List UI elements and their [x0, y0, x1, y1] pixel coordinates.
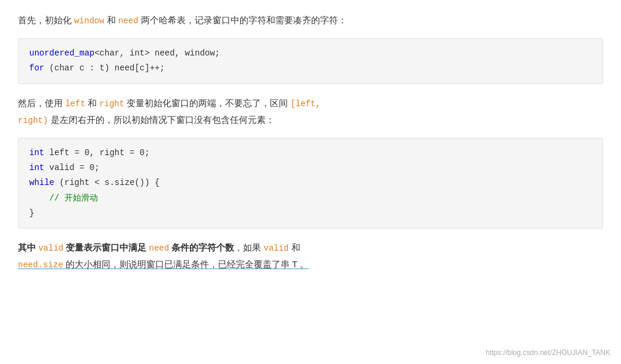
p2-text-before: 然后，使用 — [18, 98, 65, 108]
p2-text-after: 是左闭右开的，所以初始情况下窗口没有包含任何元素： — [48, 115, 274, 125]
code2-line-1: int left = 0, right = 0; — [29, 146, 592, 161]
code-block-2: int left = 0, right = 0; int valid = 0; … — [18, 138, 603, 229]
p2-text-mid2: 变量初始化窗口的两端，不要忘了，区间 — [124, 98, 290, 108]
code-line-2: for (char c : t) need[c]++; — [29, 61, 592, 76]
comment-slide: // 开始滑动 — [50, 193, 98, 203]
p3-text-rest: ，如果 — [234, 242, 263, 252]
p2-bracket-open: [left, — [290, 99, 320, 109]
p3-underline-section: need.size 的大小相同，则说明窗口已满足条件，已经完全覆盖了串 T 。 — [18, 259, 309, 269]
code-block-1: unordered_map<char, int> need, window; f… — [18, 38, 603, 84]
code2-line-4: // 开始滑动 — [29, 191, 592, 206]
p3-code-need-size: need.size — [18, 260, 63, 270]
p1-code-window: window — [74, 16, 104, 26]
code-line2-rest: (char c : t) need[c]++; — [44, 63, 165, 73]
p1-text-mid1: 和 — [104, 15, 118, 25]
p3-text-after: 的大小相同，则说明窗口已满足条件，已经完全覆盖了串 T 。 — [63, 259, 309, 269]
p3-code-valid1: valid — [38, 243, 63, 253]
kw-for: for — [29, 63, 44, 73]
p3-bold-start: 其中 — [18, 242, 38, 252]
p3-text-mid3: 和 — [289, 242, 300, 252]
type-int2: int — [29, 163, 44, 172]
paragraph-2: 然后，使用 left 和 right 变量初始化窗口的两端，不要忘了，区间 [l… — [18, 95, 603, 128]
paragraph-3: 其中 valid 变量表示窗口中满足 need 条件的字符个数，如果 valid… — [18, 239, 603, 273]
kw-while: while — [29, 178, 54, 187]
code-line-1: unordered_map<char, int> need, window; — [29, 46, 592, 61]
p3-bold-mid1: 变量表示窗口中满足 — [63, 242, 149, 252]
code-line1-rest: <char, int> need, window; — [94, 48, 220, 58]
p2-bracket-close: right) — [18, 116, 48, 125]
p1-code-need: need — [118, 16, 139, 26]
p3-bold-mid2: 条件的字符个数 — [169, 242, 234, 252]
p3-code-valid2: valid — [263, 243, 288, 253]
code2-line-3: while (right < s.size()) { — [29, 175, 592, 190]
type-int1: int — [29, 148, 44, 158]
code2-line-5: } — [29, 206, 592, 221]
p1-text-before: 首先，初始化 — [18, 15, 74, 25]
paragraph-1: 首先，初始化 window 和 need 两个哈希表，记录窗口中的字符和需要凑齐… — [18, 12, 603, 29]
p3-code-need: need — [149, 243, 170, 253]
code2-line-2: int valid = 0; — [29, 161, 592, 175]
p1-text-after: 两个哈希表，记录窗口中的字符和需要凑齐的字符： — [139, 15, 347, 25]
p2-text-mid1: 和 — [85, 98, 99, 108]
kw-unordered-map: unordered_map — [29, 48, 94, 58]
p2-code-left: left — [65, 99, 85, 109]
watermark: https://blog.csdn.net/ZHOUJIAN_TANK — [485, 348, 610, 357]
p2-code-right: right — [99, 99, 124, 109]
